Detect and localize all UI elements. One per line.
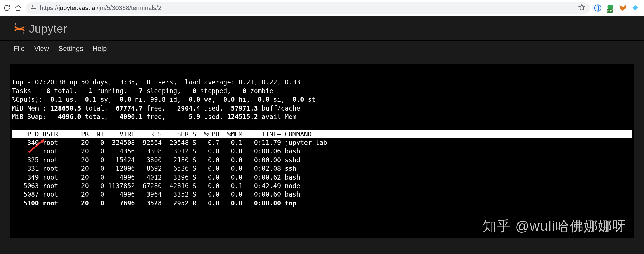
jupyter-logo-text: Jupyter	[29, 22, 67, 35]
svg-marker-5	[632, 5, 638, 11]
menu-file[interactable]: File	[14, 45, 25, 53]
menubar: File View Settings Help	[0, 41, 644, 57]
top-line-summary: top - 07:20:38 up 50 days, 3:35, 0 users…	[12, 78, 300, 86]
svg-point-7	[23, 32, 24, 34]
address-bar[interactable]: https://jupyter.vast.ai/jm/5/30368/termi…	[26, 2, 590, 14]
menu-view[interactable]: View	[34, 45, 49, 53]
reload-button[interactable]	[3, 4, 11, 12]
bookmark-star-icon[interactable]	[578, 3, 586, 13]
top-line-mem: MiB Mem : 128650.5 total, 67774.7 free, …	[12, 105, 300, 112]
metamask-extension-icon[interactable]	[618, 4, 627, 12]
globe-extension-icon[interactable]	[594, 4, 602, 12]
svg-marker-4	[619, 5, 626, 11]
browser-toolbar: https://jupyter.vast.ai/jm/5/30368/termi…	[0, 0, 644, 16]
watermark-text: 知乎 @wuli哈佛娜娜呀	[483, 217, 626, 236]
top-line-swap: MiB Swap: 4096.0 total, 4090.1 free, 5.9…	[12, 113, 296, 120]
work-area: top - 07:20:38 up 50 days, 3:35, 0 users…	[0, 57, 644, 254]
svg-marker-2	[579, 4, 585, 10]
url-text: https://jupyter.vast.ai/jm/5/30368/termi…	[40, 4, 575, 12]
site-settings-icon[interactable]	[30, 4, 37, 12]
jupyter-logo-icon	[14, 22, 26, 35]
jupyter-header: Jupyter File View Settings Help	[0, 16, 644, 57]
home-button[interactable]	[14, 4, 22, 12]
top-line-tasks: Tasks: 8 total, 1 running, 7 sleeping, 0…	[12, 87, 273, 95]
top-columns-header: PID USER PR NI VIRT RES SHR S %CPU %MEM …	[12, 130, 632, 138]
extension-badge: 3.2	[607, 9, 613, 13]
svg-point-6	[15, 23, 16, 25]
shield-extension-icon[interactable]: 3.2	[606, 4, 614, 12]
process-list: 340 root 20 0 324508 92564 20548 S 0.7 0…	[12, 139, 327, 207]
terminal[interactable]: top - 07:20:38 up 50 days, 3:35, 0 users…	[10, 64, 634, 238]
menu-settings[interactable]: Settings	[58, 45, 83, 53]
extension-icons: 3.2	[594, 4, 641, 12]
top-line-cpu: %Cpu(s): 0.1 us, 0.1 sy, 0.0 ni, 99.8 id…	[12, 96, 315, 103]
diamond-extension-icon[interactable]	[631, 4, 639, 12]
jupyter-logo-row: Jupyter	[0, 20, 644, 41]
menu-help[interactable]: Help	[93, 45, 107, 53]
